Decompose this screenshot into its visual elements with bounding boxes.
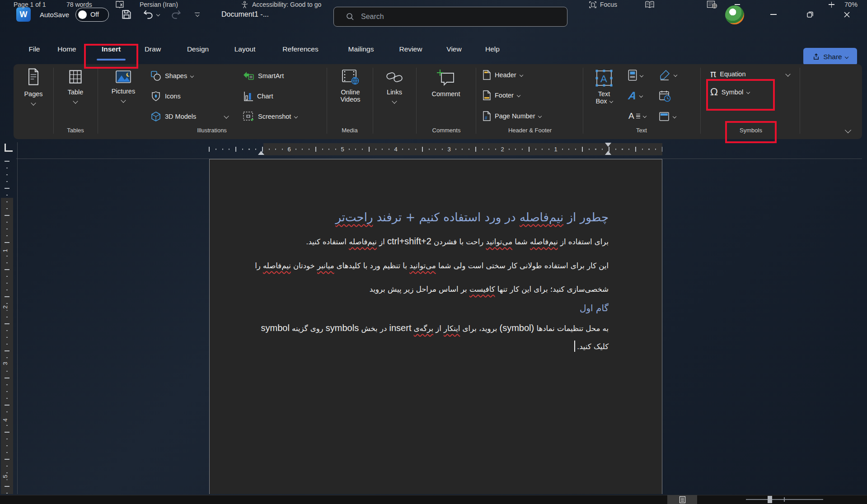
accessibility-status[interactable]: Accessibility: Good to go	[252, 0, 321, 9]
paragraph[interactable]: گام اول	[263, 301, 609, 315]
indent-marker-left[interactable]	[258, 151, 264, 155]
date-time-button[interactable]	[659, 90, 671, 103]
zoom-in-button[interactable]	[829, 0, 834, 9]
paragraph[interactable]: به محل تنظیمات نمادها (symbol) بروید، بر…	[263, 322, 609, 335]
persian-text: نیم‌فاصله	[520, 210, 563, 224]
chart-icon	[244, 91, 253, 102]
group-divider	[583, 68, 583, 134]
tab-help[interactable]: Help	[485, 45, 500, 53]
share-button[interactable]: Share	[803, 48, 857, 65]
pictures-button[interactable]: Pictures	[108, 70, 139, 102]
persian-text: کلیک کنید.	[577, 342, 609, 351]
shapes-button[interactable]: Shapes	[150, 70, 193, 81]
pictures-icon	[115, 70, 131, 84]
minimize-button[interactable]	[764, 5, 783, 24]
page-number-button[interactable]: # Page Number	[483, 111, 541, 121]
text-box-button[interactable]: A Text Box	[590, 68, 619, 105]
web-layout-icon	[707, 0, 717, 9]
ruler-number: 5	[1, 473, 10, 479]
persian-text: با تنظیم ورد با کلیدهای	[334, 261, 410, 270]
comment-button[interactable]: Comment	[426, 69, 465, 98]
group-divider	[373, 68, 373, 134]
redo-button[interactable]	[170, 9, 182, 20]
web-layout-button[interactable]	[707, 0, 717, 9]
zoom-slider-thumb[interactable]	[768, 496, 772, 503]
search-input[interactable]: Search	[333, 7, 567, 27]
online-videos-button[interactable]: Online Videos	[333, 69, 367, 103]
toggle-knob	[78, 10, 87, 19]
icons-label: Icons	[165, 93, 181, 100]
icons-button[interactable]: Icons	[150, 91, 181, 102]
language-indicator[interactable]: Persian (Iran)	[140, 0, 178, 9]
undo-button[interactable]	[142, 9, 159, 20]
zoom-out-button[interactable]	[735, 0, 740, 9]
paragraph[interactable]: برای استفاده از نیم‌فاصله شما می‌توانید …	[263, 235, 609, 248]
persian-text: میانبر	[317, 261, 334, 270]
header-icon	[483, 70, 491, 80]
paragraph[interactable]: این کار برای استفاده طولانی کار سختی است…	[263, 260, 609, 272]
proofing-errors-button[interactable]	[115, 0, 124, 9]
persian-text: خودتان	[291, 261, 317, 270]
hanging-indent-marker[interactable]	[605, 151, 611, 155]
comment-label: Comment	[432, 90, 460, 98]
pages-button[interactable]: Pages	[19, 68, 48, 105]
wordart-chevron-icon	[639, 94, 643, 98]
wordart-button[interactable]: A	[628, 90, 642, 101]
date-time-icon	[659, 90, 671, 103]
equation-button[interactable]: π Equation	[710, 69, 746, 79]
3d-models-button[interactable]: 3D Models	[150, 111, 196, 122]
object-button[interactable]	[659, 112, 676, 121]
paragraph[interactable]: شخصی‌سازی کنید؛ برای این کار تنها کافیست…	[263, 283, 609, 296]
drop-cap-button[interactable]: A	[628, 112, 646, 121]
tab-selector-button[interactable]	[5, 144, 13, 152]
tab-references[interactable]: References	[282, 45, 318, 53]
footer-label: Footer	[495, 92, 514, 99]
tab-layout[interactable]: Layout	[234, 45, 256, 53]
ruler-number: 6	[286, 145, 292, 153]
persian-text: روی گزینه	[290, 324, 326, 333]
chart-button[interactable]: Chart	[244, 91, 273, 102]
table-button[interactable]: Table	[61, 69, 89, 103]
save-button[interactable]	[121, 9, 132, 20]
pictures-chevron-icon	[121, 98, 126, 103]
links-button[interactable]: Links	[381, 70, 408, 103]
share-chevron-icon	[844, 55, 848, 58]
footer-button[interactable]: Footer	[483, 90, 520, 101]
accessibility-icon	[241, 1, 248, 9]
group-divider	[416, 68, 417, 134]
tab-review[interactable]: Review	[399, 45, 422, 53]
read-mode-button[interactable]	[645, 0, 655, 9]
ruler-ticks	[209, 147, 662, 152]
tab-home[interactable]: Home	[57, 45, 76, 53]
document-content[interactable]: چطور از نیم‌فاصله در ورد استفاده کنیم + …	[263, 209, 609, 353]
word-count[interactable]: 78 words	[66, 0, 92, 9]
table-chevron-icon	[73, 98, 78, 103]
tab-file[interactable]: File	[29, 45, 40, 53]
zoom-level[interactable]: 70%	[844, 0, 858, 9]
screenshot-button[interactable]: Screenshot	[243, 111, 297, 122]
autosave-toggle[interactable]: Off	[75, 8, 109, 22]
header-button[interactable]: Header	[483, 70, 523, 80]
tab-draw[interactable]: Draw	[145, 45, 161, 53]
online-videos-label-1: Online	[341, 89, 360, 96]
tab-design[interactable]: Design	[187, 45, 209, 53]
paragraph[interactable]: کلیک کنید.	[263, 341, 609, 353]
header-label: Header	[495, 71, 516, 79]
persian-text: می‌توانید	[486, 238, 513, 246]
first-line-indent-marker[interactable]	[605, 143, 611, 147]
restore-button[interactable]	[800, 5, 820, 24]
quick-parts-button[interactable]	[628, 69, 643, 81]
ruler-number: 3	[445, 145, 452, 153]
paragraph[interactable]: چطور از نیم‌فاصله در ورد استفاده کنیم + …	[263, 209, 609, 226]
focus-button[interactable]: Focus	[589, 0, 617, 9]
tab-mailings[interactable]: Mailings	[348, 45, 374, 53]
page-indicator[interactable]: Page 1 of 1	[14, 0, 46, 9]
tab-view[interactable]: View	[446, 45, 461, 53]
quick-access-overflow-button[interactable]	[195, 13, 200, 17]
print-layout-button[interactable]	[667, 495, 697, 504]
ruler-ticks	[5, 161, 9, 494]
smartart-button[interactable]: SmartArt	[243, 70, 284, 81]
share-label: Share	[823, 53, 842, 61]
signature-line-button[interactable]	[659, 69, 677, 81]
group-label-comments: Comments	[432, 127, 461, 134]
